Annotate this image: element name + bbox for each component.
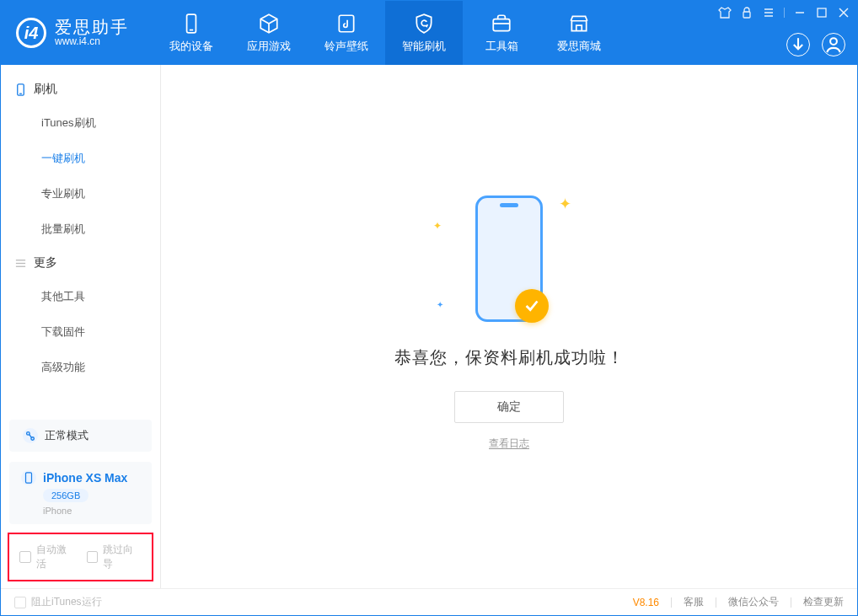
sidebar-item-oneclick-flash[interactable]: 一键刷机 <box>1 141 160 176</box>
nav-label: 应用游戏 <box>247 39 291 54</box>
svg-rect-10 <box>818 8 826 17</box>
nav-ringtone-wallpaper[interactable]: 铃声壁纸 <box>308 1 385 65</box>
checkbox-auto-activate[interactable]: 自动激活 <box>19 543 75 571</box>
nav-label: 我的设备 <box>169 39 213 54</box>
brand-subtitle: www.i4.cn <box>55 36 129 47</box>
mode-label: 正常模式 <box>45 428 88 443</box>
brand-logo-icon: i4 <box>16 18 46 48</box>
svg-rect-3 <box>493 19 510 31</box>
nav-label: 爱思商城 <box>557 39 601 54</box>
device-small-icon <box>14 83 27 96</box>
svg-point-13 <box>830 38 837 45</box>
main-area: ✦ ✦ ✦ 恭喜您，保资料刷机成功啦！ 确定 查看日志 <box>161 65 857 588</box>
device-name: iPhone XS Max <box>43 471 127 485</box>
maximize-icon[interactable] <box>815 6 829 19</box>
device-icon <box>21 470 36 485</box>
footer-link-support[interactable]: 客服 <box>684 595 704 609</box>
sidebar-scroll: 刷机 iTunes刷机 一键刷机 专业刷机 批量刷机 更多 其他工具 下载固件 … <box>1 65 160 415</box>
minimize-icon[interactable] <box>793 6 807 19</box>
sparkle-icon: ✦ <box>437 300 443 309</box>
nav-store[interactable]: 爱思商城 <box>540 1 618 65</box>
sidebar-item-download-firmware[interactable]: 下载固件 <box>1 314 160 350</box>
close-icon[interactable] <box>837 6 850 19</box>
nav-smart-flash[interactable]: 智能刷机 <box>385 1 463 65</box>
checkbox-icon <box>19 551 31 563</box>
svg-rect-5 <box>743 12 750 18</box>
nav-label: 铃声壁纸 <box>324 39 368 54</box>
shield-refresh-icon <box>413 12 435 35</box>
separator <box>671 597 672 608</box>
checkbox-label: 跳过向导 <box>103 543 142 571</box>
shirt-icon[interactable] <box>718 6 732 19</box>
view-log-link[interactable]: 查看日志 <box>489 437 529 451</box>
mode-panel[interactable]: 正常模式 <box>9 420 152 452</box>
sidebar-item-batch-flash[interactable]: 批量刷机 <box>1 212 160 247</box>
menu-icon[interactable] <box>762 6 775 19</box>
nav-apps-games[interactable]: 应用游戏 <box>230 1 308 65</box>
svg-point-19 <box>27 432 30 436</box>
success-illustration: ✦ ✦ ✦ <box>442 191 576 326</box>
header-action-circles <box>786 33 845 56</box>
nav-label: 工具箱 <box>485 39 518 54</box>
success-message: 恭喜您，保资料刷机成功啦！ <box>394 346 625 369</box>
options-row-highlighted: 自动激活 跳过向导 <box>8 533 153 581</box>
top-nav: 我的设备 应用游戏 铃声壁纸 智能刷机 <box>153 1 618 65</box>
group-title: 刷机 <box>34 82 57 97</box>
footer-right: V8.16 客服 微信公众号 检查更新 <box>633 595 844 609</box>
store-icon <box>568 12 590 35</box>
brand-logo-block: i4 爱思助手 www.i4.cn <box>1 1 144 65</box>
checkbox-block-itunes[interactable]: 阻止iTunes运行 <box>14 595 102 609</box>
app-body: 刷机 iTunes刷机 一键刷机 专业刷机 批量刷机 更多 其他工具 下载固件 … <box>1 65 857 588</box>
user-icon[interactable] <box>822 33 845 56</box>
svg-rect-21 <box>26 473 32 483</box>
nav-my-device[interactable]: 我的设备 <box>153 1 230 65</box>
window-controls <box>718 6 850 19</box>
download-icon[interactable] <box>786 33 810 56</box>
phone-icon <box>180 12 202 35</box>
group-title: 更多 <box>34 255 57 271</box>
sidebar-item-other-tools[interactable]: 其他工具 <box>1 279 160 314</box>
nav-label: 智能刷机 <box>402 39 446 54</box>
app-header: i4 爱思助手 www.i4.cn 我的设备 应用游戏 <box>1 1 857 65</box>
footer-link-update[interactable]: 检查更新 <box>803 595 844 609</box>
sidebar-item-advanced[interactable]: 高级功能 <box>1 350 160 385</box>
cube-icon <box>258 12 280 35</box>
sidebar-item-pro-flash[interactable]: 专业刷机 <box>1 176 160 212</box>
version-label: V8.16 <box>633 597 659 608</box>
device-capacity: 256GB <box>43 489 88 502</box>
device-type: iPhone <box>43 506 140 516</box>
list-icon <box>14 257 27 270</box>
device-panel[interactable]: iPhone XS Max 256GB iPhone <box>9 462 152 524</box>
sidebar: 刷机 iTunes刷机 一键刷机 专业刷机 批量刷机 更多 其他工具 下载固件 … <box>1 65 161 588</box>
mode-icon <box>23 428 38 443</box>
svg-rect-2 <box>339 15 353 32</box>
separator <box>784 8 785 18</box>
phone-illustration-icon <box>475 196 543 322</box>
nav-toolbox[interactable]: 工具箱 <box>463 1 540 65</box>
checkbox-icon <box>87 551 99 563</box>
sparkle-icon: ✦ <box>433 220 442 232</box>
ok-button[interactable]: 确定 <box>454 391 564 423</box>
music-note-icon <box>335 12 357 35</box>
sparkle-icon: ✦ <box>559 195 571 213</box>
briefcase-icon <box>491 12 512 35</box>
sidebar-item-itunes-flash[interactable]: iTunes刷机 <box>1 105 160 141</box>
checkbox-label: 阻止iTunes运行 <box>31 595 102 609</box>
check-badge-icon <box>515 289 549 323</box>
separator <box>791 597 791 608</box>
checkbox-icon <box>14 597 26 608</box>
svg-point-20 <box>31 437 35 441</box>
checkbox-label: 自动激活 <box>36 543 75 571</box>
sidebar-group-more: 更多 <box>1 247 160 279</box>
lock-icon[interactable] <box>740 6 753 19</box>
separator <box>716 597 716 608</box>
checkbox-skip-guide[interactable]: 跳过向导 <box>87 543 142 571</box>
sidebar-group-flash: 刷机 <box>1 73 160 105</box>
brand-title: 爱思助手 <box>55 18 129 36</box>
status-bar: 阻止iTunes运行 V8.16 客服 微信公众号 检查更新 <box>1 588 857 615</box>
brand-text: 爱思助手 www.i4.cn <box>55 18 129 47</box>
app-window: i4 爱思助手 www.i4.cn 我的设备 应用游戏 <box>0 0 858 616</box>
footer-link-wechat[interactable]: 微信公众号 <box>728 595 779 609</box>
